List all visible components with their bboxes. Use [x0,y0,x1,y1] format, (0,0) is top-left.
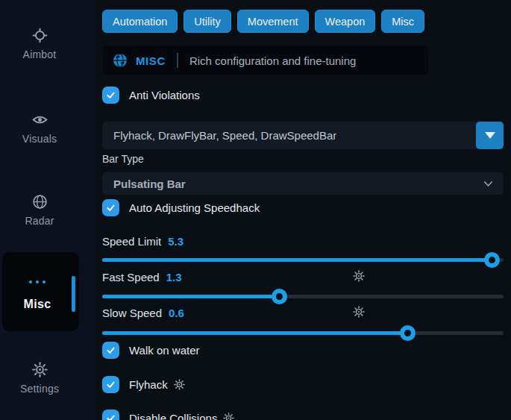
gear-icon[interactable] [353,306,365,318]
checkbox-label: Walk on water [129,344,199,357]
slider-thumb[interactable] [272,289,287,304]
gear-icon [32,362,48,377]
category-tabs: Automation Utility Movement Weapon Misc [102,10,424,33]
slider-value: 1.3 [166,271,182,283]
active-indicator [72,276,75,312]
slider-fill [102,258,492,262]
chevron-down-icon [482,178,495,190]
sidebar-item-label: Radar [25,215,54,227]
slider-value: 5.3 [168,235,184,248]
slider-label-slow-speed: Slow Speed 0.6 [102,306,184,319]
slider-fill [102,331,407,335]
tab-misc[interactable]: Misc [381,10,424,33]
checkbox-walk-on-water[interactable]: Walk on water [102,342,199,359]
sidebar-item-label: Settings [20,383,59,395]
checkbox-auto-adjusting-speedhack[interactable]: Auto Adjusting Speedhack [102,199,260,216]
section-header: MISC Rich configuration and fine-tuning [102,46,429,75]
dropdown-button[interactable] [476,122,504,149]
check-icon [105,90,116,101]
checkbox-label: Flyhack [129,378,185,391]
checkbox-anti-violations[interactable]: Anti Violations [102,87,200,104]
slider-name: Slow Speed [102,307,162,319]
app-window: Aimbot Visuals Radar Misc Settings Autom… [0,0,511,420]
gear-icon[interactable] [174,379,185,390]
slider-thumb[interactable] [400,325,416,341]
ellipsis-icon [2,280,72,283]
checkbox-checked[interactable] [102,342,119,359]
tab-utility[interactable]: Utility [184,10,231,33]
checkbox-flyhack[interactable]: Flyhack [102,376,185,393]
slider-label-fast-speed: Fast Speed 1.3 [102,270,182,283]
bar-type-select[interactable]: Pulsating Bar [102,172,504,195]
sidebar-item-label: Misc [2,298,72,311]
globe-icon [32,194,48,210]
check-icon [105,345,116,356]
checkbox-checked[interactable] [102,410,119,420]
crosshair-icon [32,28,48,43]
bar-multiselect-field[interactable]: Flyhack, DrawFlyBar, Speed, DrawSpeedBar [102,122,504,149]
select-value: Pulsating Bar [113,178,186,190]
section-title: MISC [136,54,166,67]
slider-name: Fast Speed [102,271,160,283]
sidebar-item-label: Visuals [22,133,57,145]
triangle-down-icon [485,132,495,139]
gear-icon[interactable] [223,413,234,420]
bar-type-label: Bar Type [102,153,144,165]
slider-speed-limit[interactable] [102,252,504,267]
checkbox-label: Auto Adjusting Speedhack [129,201,260,214]
slider-thumb[interactable] [484,252,500,268]
check-icon [105,202,116,213]
eye-icon [32,112,48,128]
sidebar-item-visuals[interactable]: Visuals [0,112,79,145]
checkbox-label: Disable Collisions [129,412,234,420]
slider-label-speed-limit: Speed Limit 5.3 [102,234,184,248]
slider-fill [102,295,279,298]
sidebar-item-settings[interactable]: Settings [0,362,79,395]
sidebar-item-misc[interactable]: Misc [2,252,79,331]
checkbox-disable-collisions[interactable]: Disable Collisions [102,410,234,420]
check-icon [105,379,116,390]
checkbox-label-text: Flyhack [129,378,168,391]
divider [177,53,178,68]
checkbox-checked[interactable] [102,199,119,216]
tab-automation[interactable]: Automation [102,10,178,33]
slider-name: Speed Limit [102,235,161,248]
slider-fast-speed[interactable] [102,289,504,304]
checkbox-label: Anti Violations [129,89,200,101]
checkbox-label-text: Disable Collisions [129,412,217,420]
tab-weapon[interactable]: Weapon [315,10,376,33]
sidebar-item-radar[interactable]: Radar [0,194,79,227]
sidebar-item-label: Aimbot [23,48,57,60]
globe-icon [113,53,128,68]
section-subtitle: Rich configuration and fine-tuning [189,54,356,67]
slider-value: 0.6 [169,307,184,319]
slider-slow-speed[interactable] [102,325,504,340]
check-icon [105,413,116,420]
multiselect-value: Flyhack, DrawFlyBar, Speed, DrawSpeedBar [113,129,336,142]
gear-icon[interactable] [353,270,365,282]
checkbox-checked[interactable] [102,376,119,393]
main-content: Automation Utility Movement Weapon Misc … [102,0,504,420]
checkbox-checked[interactable] [102,87,119,104]
tab-movement[interactable]: Movement [237,10,309,33]
sidebar: Aimbot Visuals Radar Misc Settings [0,0,95,420]
sidebar-item-aimbot[interactable]: Aimbot [0,28,79,60]
